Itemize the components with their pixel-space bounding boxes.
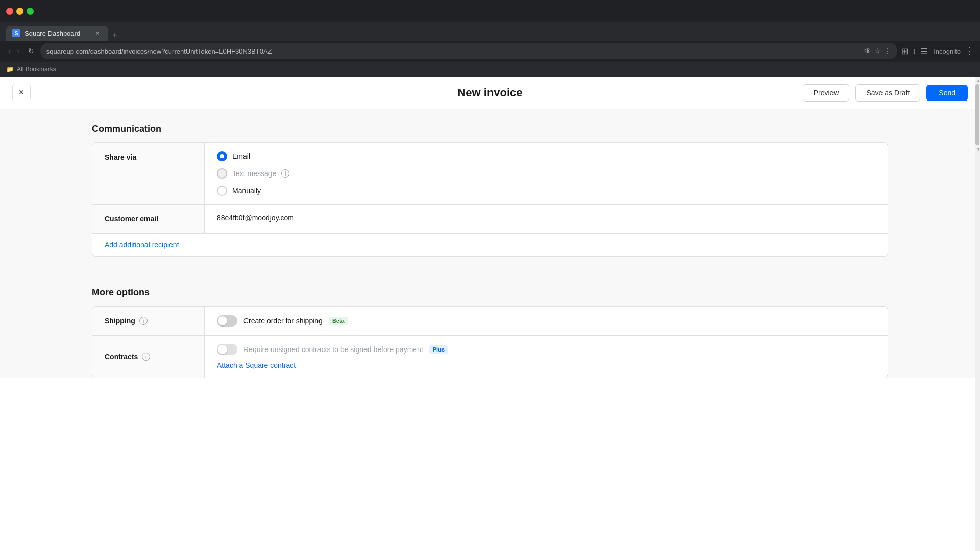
bookmarks-folder-icon: 📁 bbox=[6, 66, 14, 73]
text-message-option-label: Text message bbox=[232, 169, 276, 178]
preview-button[interactable]: Preview bbox=[803, 84, 850, 102]
contracts-toggle-thumb bbox=[218, 345, 227, 354]
tab-title: Square Dashboard bbox=[24, 30, 89, 37]
address-bar[interactable]: squareup.com/dashboard/invoices/new?curr… bbox=[40, 43, 898, 59]
email-radio[interactable] bbox=[217, 151, 227, 161]
share-via-label: Share via bbox=[92, 143, 205, 204]
shipping-toggle-thumb bbox=[218, 316, 227, 325]
save-draft-button[interactable]: Save as Draft bbox=[855, 84, 920, 102]
profile-icon[interactable]: ☰ bbox=[920, 46, 927, 56]
more-icon[interactable]: ⋮ bbox=[965, 45, 974, 57]
window-controls bbox=[6, 8, 34, 15]
communication-card: Share via Email Text message i bbox=[92, 142, 888, 257]
browser-titlebar bbox=[0, 0, 980, 22]
contracts-plus-badge: Plus bbox=[429, 345, 448, 354]
scroll-down-arrow[interactable]: ▼ bbox=[975, 145, 980, 153]
shipping-label: Shipping i bbox=[92, 307, 205, 335]
star-icon[interactable]: ☆ bbox=[874, 47, 881, 55]
bookmarks-label: All Bookmarks bbox=[17, 66, 56, 73]
contracts-toggle-label: Require unsigned contracts to be signed … bbox=[243, 345, 423, 354]
app-container: × New invoice Preview Save as Draft Send… bbox=[0, 77, 980, 551]
attach-contract-link[interactable]: Attach a Square contract bbox=[217, 361, 875, 369]
nav-forward-button[interactable]: › bbox=[15, 44, 21, 58]
add-recipient-link[interactable]: Add additional recipient bbox=[92, 241, 875, 249]
add-recipient-container: Add additional recipient bbox=[92, 234, 888, 256]
eye-off-icon: 👁 bbox=[864, 47, 871, 55]
page-title: New invoice bbox=[457, 86, 522, 99]
text-message-option[interactable]: Text message i bbox=[217, 168, 875, 179]
manually-option-label: Manually bbox=[232, 187, 261, 195]
scroll-thumb[interactable] bbox=[975, 84, 979, 145]
main-content: Communication Share via Email Text messa… bbox=[0, 109, 980, 378]
text-message-info-icon[interactable]: i bbox=[281, 169, 289, 178]
address-bar-icons: 👁 ☆ ⋮ bbox=[864, 47, 891, 55]
top-bar: × New invoice Preview Save as Draft Send bbox=[0, 77, 980, 109]
url-display: squareup.com/dashboard/invoices/new?curr… bbox=[46, 47, 861, 55]
more-options-section-title: More options bbox=[92, 273, 888, 306]
contracts-label: Contracts i bbox=[92, 336, 205, 378]
contracts-top: Require unsigned contracts to be signed … bbox=[217, 344, 875, 355]
shipping-beta-badge: Beta bbox=[329, 317, 348, 325]
contracts-row: Contracts i Require unsigned contracts t… bbox=[92, 336, 888, 378]
contracts-toggle[interactable] bbox=[217, 344, 237, 355]
email-option[interactable]: Email bbox=[217, 151, 875, 161]
window-minimize-button[interactable] bbox=[16, 8, 23, 15]
address-bar-row: ‹ › ↻ squareup.com/dashboard/invoices/ne… bbox=[0, 41, 980, 62]
tab-favicon: S bbox=[12, 29, 20, 37]
nav-back-button[interactable]: ‹ bbox=[6, 44, 13, 58]
communication-section-title: Communication bbox=[92, 109, 888, 142]
extensions-icon[interactable]: ⊞ bbox=[901, 46, 908, 56]
customer-email-value: 88e4fb0f@moodjoy.com bbox=[205, 205, 306, 233]
text-message-radio[interactable] bbox=[217, 168, 227, 179]
new-tab-button[interactable]: + bbox=[108, 30, 122, 41]
active-tab[interactable]: S Square Dashboard × bbox=[6, 26, 108, 41]
customer-email-row: Customer email 88e4fb0f@moodjoy.com bbox=[92, 205, 888, 234]
manually-radio[interactable] bbox=[217, 186, 227, 196]
window-close-button[interactable] bbox=[6, 8, 13, 15]
scroll-up-arrow[interactable]: ▲ bbox=[975, 77, 980, 84]
refresh-button[interactable]: ↻ bbox=[26, 45, 36, 57]
browser-menu-icon[interactable]: ⋮ bbox=[884, 47, 891, 55]
shipping-info-icon[interactable]: i bbox=[139, 317, 148, 325]
tab-bar: S Square Dashboard × + bbox=[0, 22, 980, 41]
incognito-label: Incognito bbox=[934, 47, 961, 55]
contracts-info-icon[interactable]: i bbox=[142, 353, 150, 361]
share-via-options: Email Text message i Manually bbox=[205, 143, 888, 204]
shipping-toggle-label: Create order for shipping bbox=[243, 317, 323, 325]
contracts-content: Require unsigned contracts to be signed … bbox=[205, 336, 888, 378]
more-options-card: Shipping i Create order for shipping Bet… bbox=[92, 306, 888, 378]
shipping-row: Shipping i Create order for shipping Bet… bbox=[92, 307, 888, 336]
add-recipient-row: Add additional recipient bbox=[92, 234, 888, 256]
customer-email-label: Customer email bbox=[92, 205, 205, 233]
download-icon[interactable]: ↓ bbox=[912, 46, 916, 56]
nav-arrows: ‹ › bbox=[6, 44, 22, 58]
close-button[interactable]: × bbox=[12, 84, 31, 102]
tab-close-button[interactable]: × bbox=[93, 29, 102, 38]
email-option-label: Email bbox=[232, 152, 250, 160]
share-via-row: Share via Email Text message i bbox=[92, 143, 888, 205]
shipping-content: Create order for shipping Beta bbox=[205, 307, 888, 335]
scrollbar[interactable]: ▲ ▼ bbox=[975, 77, 980, 551]
shipping-toggle[interactable] bbox=[217, 315, 237, 327]
scroll-track bbox=[975, 84, 979, 145]
manually-option[interactable]: Manually bbox=[217, 186, 875, 196]
top-bar-actions: Preview Save as Draft Send bbox=[803, 84, 968, 102]
window-maximize-button[interactable] bbox=[27, 8, 34, 15]
bookmarks-bar: 📁 All Bookmarks bbox=[0, 62, 980, 77]
send-button[interactable]: Send bbox=[926, 85, 968, 101]
close-icon: × bbox=[19, 87, 24, 98]
